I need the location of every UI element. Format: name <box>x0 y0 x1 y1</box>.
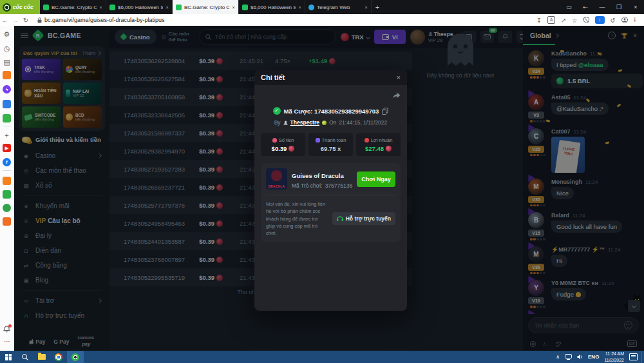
live-support-button[interactable]: Hỗ trợ trực tuyến <box>332 212 395 225</box>
bet-stats: Số tiền $0.39 Thanh toán 69.75 x Lợi nhu… <box>261 133 401 156</box>
notification-dot <box>8 324 12 328</box>
gift-icon[interactable] <box>3 190 11 199</box>
volume-icon[interactable] <box>577 354 583 360</box>
by-label: By <box>274 119 281 126</box>
chat-app-icon[interactable] <box>3 204 11 212</box>
coin-icon <box>289 146 294 152</box>
reading-list-icon[interactable]: ▤ <box>3 58 11 66</box>
games-icon[interactable] <box>3 114 11 123</box>
headset-icon <box>337 216 343 222</box>
stat-payout: Thanh toán 69.75 x <box>308 133 353 156</box>
coccoc-logo-icon <box>3 3 11 12</box>
close-tab-icon[interactable]: × <box>232 5 235 10</box>
game-card: DRACULA Guises of Dracula Mã Trò chơi:37… <box>261 163 401 242</box>
language-indicator[interactable]: ENG <box>588 354 599 360</box>
stat-profit: Lợi nhuận $27.48 <box>356 133 401 156</box>
tiki-icon[interactable] <box>3 177 11 185</box>
play-now-button[interactable]: Chơi Ngay <box>357 172 395 187</box>
modal-close-icon[interactable]: × <box>397 74 401 81</box>
browser-tab[interactable]: Telegram Web× <box>305 0 372 14</box>
player-name-link[interactable]: Thespectre <box>290 119 319 126</box>
taskbar-clock[interactable]: 11:24 AM11/2/2022 <box>604 351 624 362</box>
profile-icon[interactable] <box>621 17 628 23</box>
maximize-button[interactable]: ❒ <box>611 4 627 10</box>
zalo-icon[interactable] <box>3 100 11 108</box>
coccoc-brand[interactable]: cốc cốc <box>0 0 40 14</box>
taskbar-search-button[interactable] <box>17 351 33 363</box>
address-bar: ← → ↻ bc.game/vi/game/guises-of-dracula-… <box>0 14 644 26</box>
support-note: Mọi vấn đề, xin vui lòng liên hệ với bộ … <box>266 201 327 237</box>
youtube-icon[interactable]: ▶ <box>3 144 11 152</box>
coin-icon <box>386 146 392 152</box>
stat-amount: Số tiền $0.39 <box>261 133 305 156</box>
close-tab-icon[interactable]: × <box>298 5 301 10</box>
amount-icon <box>272 138 277 142</box>
lock-icon <box>37 17 42 23</box>
tab-strip: BC.Game: Crypto Casino Gan×$6,000 Hallow… <box>40 0 372 14</box>
minimize-button[interactable]: — <box>594 4 611 10</box>
adblock-shield-icon[interactable] <box>583 17 589 23</box>
close-tab-icon[interactable]: × <box>365 5 368 10</box>
show-desktop-button[interactable] <box>641 351 644 363</box>
game-thumbnail[interactable]: DRACULA <box>266 168 287 190</box>
new-tab-button[interactable]: + <box>372 0 383 14</box>
window-controls: ▭ ⇠ — ❒ × <box>560 0 644 14</box>
coccoc-brand-name: cốc cốc <box>13 4 33 10</box>
game-id: Mã Trò chơi:376775136 <box>292 182 352 189</box>
coccoc-taskbar-button[interactable] <box>67 351 84 363</box>
url-text[interactable]: bc.game/vi/game/guises-of-dracula-by-pla… <box>44 17 165 23</box>
pip-icon[interactable]: ▭ <box>560 4 577 10</box>
facebook-icon[interactable]: f <box>3 158 11 166</box>
history-icon[interactable]: ◷ <box>3 44 11 53</box>
translate-icon[interactable]: A <box>547 16 555 24</box>
strip-divider <box>3 170 11 171</box>
file-explorer-button[interactable] <box>33 351 50 363</box>
chrome-button[interactable] <box>50 351 67 363</box>
bcgame-favicon-icon <box>242 5 248 10</box>
hot-trending-icon[interactable] <box>3 71 11 79</box>
save-page-icon[interactable]: ↧ <box>536 17 542 24</box>
session-restore-icon[interactable]: ↺ <box>611 17 616 24</box>
browser-tab[interactable]: $6,000 Halloween Slot Battl× <box>239 0 305 14</box>
downloads-tray-icon[interactable]: ⭣ <box>634 16 636 24</box>
browser-tab[interactable]: $6,000 Halloween Slot Battl× <box>106 0 173 14</box>
strip-divider <box>3 126 11 126</box>
download-button[interactable]: ↓ <box>595 16 605 24</box>
forward-button[interactable]: → <box>10 17 21 24</box>
reload-button[interactable]: ↻ <box>21 17 31 24</box>
start-button[interactable] <box>0 351 17 363</box>
player-icon <box>283 121 288 125</box>
toolbar-icons: ↧ A ↗ ☆ ↓ ↺ ⭣ <box>536 16 644 24</box>
more-options-icon[interactable]: ⋯ <box>0 338 14 345</box>
bet-id-text: Mã Cược: 1748305293829949703 <box>284 108 379 115</box>
tab-title: $6,000 Halloween Slot Battl <box>118 5 163 10</box>
back-button[interactable]: ← <box>0 17 10 24</box>
share-bet-icon[interactable] <box>392 91 401 99</box>
tab-search-icon[interactable]: ⇠ <box>577 4 594 10</box>
close-tab-icon[interactable]: × <box>99 5 102 10</box>
notifications-bell-icon[interactable] <box>3 326 10 333</box>
close-button[interactable]: × <box>627 4 644 10</box>
bcgame-page: B BC.GAME Đặc quyền VIP của tôi Thêm TAS… <box>14 26 644 351</box>
payout-icon <box>316 138 320 142</box>
share-icon[interactable]: ↗ <box>561 17 566 24</box>
close-tab-icon[interactable]: × <box>166 5 169 10</box>
tab-title: BC.Game: Crypto Casino Gan <box>184 5 229 10</box>
add-shortcut-icon[interactable]: + <box>3 131 11 139</box>
browser-tab[interactable]: BC.Game: Crypto Casino Gan× <box>40 0 106 14</box>
bcgame-favicon-icon <box>43 5 49 10</box>
action-center-icon[interactable] <box>629 353 638 360</box>
bcgame-favicon-icon <box>176 5 182 10</box>
settings-icon[interactable]: ⚙ <box>3 30 11 39</box>
player-badge-icon <box>322 121 327 125</box>
messenger-icon[interactable]: ϟ <box>3 85 11 93</box>
tab-title: $6,000 Halloween Slot Battl <box>251 5 296 10</box>
bcgame-favicon-icon <box>109 5 115 10</box>
on-label: On <box>329 119 336 126</box>
bookmark-star-icon[interactable]: ☆ <box>572 17 578 24</box>
tray-expand-icon[interactable]: ∧ <box>556 354 560 360</box>
copy-icon[interactable] <box>382 108 388 115</box>
cart-icon[interactable] <box>3 217 11 226</box>
network-icon[interactable] <box>565 354 572 360</box>
browser-tab[interactable]: BC.Game: Crypto Casino Gan× <box>173 0 239 14</box>
